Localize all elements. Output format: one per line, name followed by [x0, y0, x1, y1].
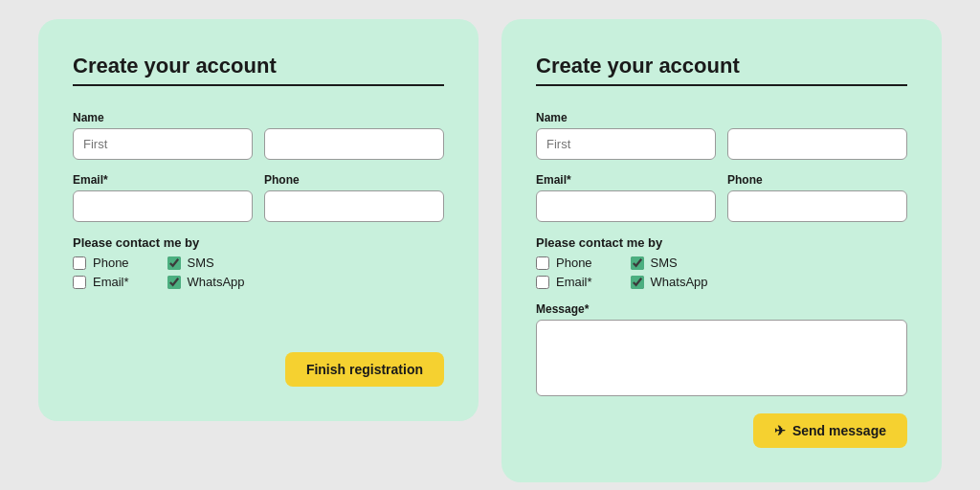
email-label-right: Email* — [536, 173, 716, 187]
send-message-button[interactable]: ✈ Send message — [753, 413, 907, 448]
page-wrapper: Create your account Name Email* — [19, 19, 961, 482]
email-group-right: Email* — [536, 173, 716, 222]
phone-label-left: Phone — [264, 173, 444, 187]
finish-registration-label: Finish registration — [306, 362, 423, 377]
send-icon: ✈ — [774, 423, 786, 438]
checkbox-sms-right[interactable]: SMS — [631, 256, 708, 270]
last-name-group-left — [264, 128, 444, 160]
first-name-input-right[interactable] — [536, 128, 716, 160]
checkbox-email-input-right[interactable] — [536, 276, 549, 289]
last-name-input-right[interactable] — [727, 128, 907, 160]
name-group-left: Name — [73, 111, 444, 160]
first-name-input-left[interactable] — [73, 128, 253, 160]
checkbox-sms-left[interactable]: SMS — [167, 256, 245, 270]
email-phone-row-left: Email* Phone — [73, 173, 444, 222]
contact-title-right: Please contact me by — [536, 235, 907, 250]
email-group-left: Email* — [73, 173, 253, 222]
phone-input-right[interactable] — [727, 190, 907, 222]
form-right: Name Email* Phone — [536, 111, 907, 396]
checkbox-email-label-right: Email* — [556, 275, 592, 289]
checkbox-sms-label-left: SMS — [188, 256, 214, 270]
message-label-right: Message* — [536, 302, 907, 316]
message-textarea-right[interactable] — [536, 320, 907, 396]
checkbox-whatsapp-left[interactable]: WhatsApp — [167, 275, 245, 289]
form-left: Name Email* Phone — [73, 111, 444, 335]
card-left-title: Create your account — [73, 54, 444, 86]
checkbox-phone-label-left: Phone — [93, 256, 129, 270]
contact-col2-left: SMS WhatsApp — [167, 256, 245, 289]
checkbox-whatsapp-right[interactable]: WhatsApp — [631, 275, 708, 289]
message-group-right: Message* — [536, 302, 907, 396]
name-row-left — [73, 128, 444, 160]
contact-section-right: Please contact me by Phone Email* — [536, 235, 907, 289]
checkbox-phone-input-left[interactable] — [73, 256, 86, 270]
name-label-right: Name — [536, 111, 907, 124]
checkbox-sms-label-right: SMS — [651, 256, 678, 270]
contact-section-left: Please contact me by Phone Email* — [73, 235, 444, 289]
email-label-left: Email* — [73, 173, 253, 187]
contact-col2-right: SMS WhatsApp — [631, 256, 708, 289]
checkbox-sms-input-left[interactable] — [167, 256, 181, 270]
last-name-input-left[interactable] — [264, 128, 444, 160]
checkbox-phone-label-right: Phone — [556, 256, 592, 270]
name-row-right — [536, 128, 907, 160]
button-row-right: ✈ Send message — [536, 396, 907, 448]
contact-col1-left: Phone Email* — [73, 256, 129, 289]
phone-group-left: Phone — [264, 173, 444, 222]
contact-options-right: Phone Email* SMS — [536, 256, 907, 289]
checkbox-email-right[interactable]: Email* — [536, 275, 592, 289]
phone-group-right: Phone — [727, 173, 907, 222]
checkbox-whatsapp-input-left[interactable] — [167, 276, 181, 289]
card-right: Create your account Name Email* — [501, 19, 942, 482]
email-input-right[interactable] — [536, 190, 716, 222]
last-name-group-right — [727, 128, 907, 160]
card-right-title: Create your account — [536, 54, 907, 86]
checkbox-phone-left[interactable]: Phone — [73, 256, 129, 270]
checkbox-email-label-left: Email* — [93, 275, 129, 289]
checkbox-sms-input-right[interactable] — [631, 256, 644, 270]
checkbox-phone-input-right[interactable] — [536, 256, 549, 270]
phone-input-left[interactable] — [264, 190, 444, 222]
name-label-left: Name — [73, 111, 444, 124]
phone-label-right: Phone — [727, 173, 907, 187]
card-left: Create your account Name Email* — [38, 19, 479, 421]
email-phone-row-right: Email* Phone — [536, 173, 907, 222]
checkbox-phone-right[interactable]: Phone — [536, 256, 592, 270]
checkbox-whatsapp-label-right: WhatsApp — [651, 275, 708, 289]
checkbox-email-input-left[interactable] — [73, 276, 86, 289]
name-group-right: Name — [536, 111, 907, 160]
checkbox-email-left[interactable]: Email* — [73, 275, 129, 289]
contact-title-left: Please contact me by — [73, 235, 444, 250]
email-input-left[interactable] — [73, 190, 253, 222]
finish-registration-button[interactable]: Finish registration — [285, 352, 444, 387]
send-message-label: Send message — [792, 423, 886, 438]
checkbox-whatsapp-input-right[interactable] — [631, 276, 644, 289]
button-row-left: Finish registration — [73, 335, 444, 387]
first-name-group-left — [73, 128, 253, 160]
contact-options-left: Phone Email* SMS — [73, 256, 444, 289]
first-name-group-right — [536, 128, 716, 160]
checkbox-whatsapp-label-left: WhatsApp — [188, 275, 245, 289]
contact-col1-right: Phone Email* — [536, 256, 592, 289]
